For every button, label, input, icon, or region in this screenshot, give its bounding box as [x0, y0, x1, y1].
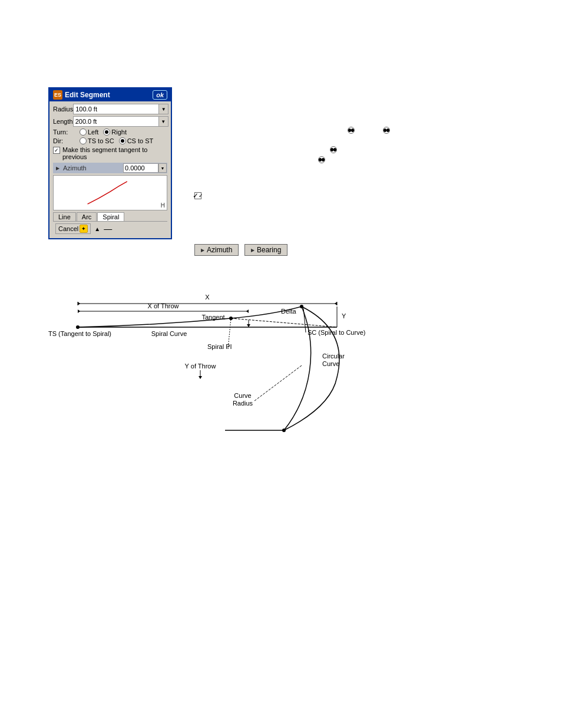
svg-text:Delta: Delta [281, 308, 297, 315]
turn-right-circle[interactable] [103, 129, 110, 136]
turn-left-circle[interactable] [80, 129, 87, 136]
tangent-checkbox[interactable] [53, 147, 60, 154]
svg-marker-24 [199, 376, 202, 379]
length-dropdown[interactable]: ▼ [159, 116, 168, 127]
svg-text:SC (Spiral to Curve): SC (Spiral to Curve) [308, 329, 365, 336]
length-row: Length ▼ [53, 116, 167, 127]
cancel-button[interactable]: Cancel ✦ [55, 223, 91, 234]
ok-button[interactable]: ok [153, 90, 167, 100]
turn-row: Turn: Left Right [53, 129, 167, 136]
svg-text:Curve: Curve [234, 392, 251, 399]
diagram-svg: X X of Throw Tangent Spiral Curve [48, 271, 390, 454]
svg-text:Radius: Radius [233, 400, 253, 407]
dialog-body: Radius ▼ Length ▼ Turn: Left [49, 101, 171, 238]
length-input[interactable] [73, 116, 159, 127]
tab-arc[interactable]: Arc [77, 212, 97, 221]
dialog-title-text: Edit Segment [65, 91, 110, 99]
svg-marker-4 [78, 302, 80, 305]
bottom-minus-icon: — [104, 224, 112, 233]
tangent-checkbox-label: Make this segment tangent to previous [62, 146, 167, 160]
tangent-checkbox-row[interactable]: Make this segment tangent to previous [53, 146, 167, 160]
svg-text:Spiral Curve: Spiral Curve [151, 330, 187, 337]
tab-line[interactable]: Line [53, 212, 76, 221]
edit-segment-dialog: ES Edit Segment ok Radius ▼ Length ▼ Tur… [48, 87, 172, 239]
azimuth-dropdown[interactable]: ▼ [158, 163, 167, 173]
cancel-label: Cancel [58, 225, 78, 232]
svg-text:X of Throw: X of Throw [148, 302, 179, 309]
dir-row: Dir: TS to SC CS to ST [53, 137, 167, 144]
tab-spiral[interactable]: Spiral [97, 212, 124, 221]
bottom-triangle-icon: ▲ [93, 225, 101, 233]
turn-left-radio[interactable]: Left [80, 129, 98, 136]
dialog-title-bar: ES Edit Segment ok [49, 88, 171, 101]
azimuth-play-icon: ▶ [201, 248, 204, 253]
azimuth-button-label: Azimuth [207, 246, 232, 254]
dir-cs-st-label: CS to ST [127, 137, 154, 144]
tabs-row: Line Arc Spiral [53, 212, 167, 222]
turn-right-radio[interactable]: Right [103, 129, 127, 136]
bearing-play-icon: ▶ [251, 248, 254, 253]
right-radio-4[interactable] [318, 156, 325, 163]
dir-label: Dir: [53, 137, 80, 144]
turn-label: Turn: [53, 129, 80, 136]
azimuth-play-icon[interactable]: ▶ [54, 163, 62, 173]
dir-ts-sc-circle[interactable] [80, 137, 87, 144]
right-radio-2[interactable] [383, 127, 390, 134]
dir-ts-sc-radio[interactable]: TS to SC [80, 137, 114, 144]
preview-h-label: H [161, 202, 165, 209]
azimuth-label: Azimuth [62, 164, 123, 172]
svg-marker-7 [78, 309, 80, 313]
bottom-row: Cancel ✦ ▲ — [53, 222, 167, 236]
star-icon: ✦ [80, 225, 88, 233]
svg-text:TS (Tangent to Spiral): TS (Tangent to Spiral) [48, 330, 111, 337]
spiral-diagram: X X of Throw Tangent Spiral Curve [48, 271, 390, 454]
dir-cs-st-radio[interactable]: CS to ST [119, 137, 154, 144]
dir-ts-sc-label: TS to SC [88, 137, 114, 144]
turn-left-label: Left [88, 129, 98, 136]
dir-cs-st-circle[interactable] [119, 137, 126, 144]
radius-input[interactable] [73, 104, 159, 114]
radius-dropdown[interactable]: ▼ [159, 104, 168, 114]
svg-text:Circular: Circular [322, 353, 345, 360]
svg-line-32 [254, 365, 302, 401]
right-checkbox[interactable]: ✓ [194, 192, 204, 199]
azimuth-input[interactable] [123, 163, 158, 173]
turn-right-label: Right [111, 129, 127, 136]
dialog-icon: ES [53, 90, 62, 100]
svg-text:Y of Throw: Y of Throw [185, 363, 216, 370]
preview-area: H [53, 175, 167, 210]
bearing-button-label: Bearing [257, 246, 281, 254]
svg-text:Curve: Curve [322, 360, 339, 367]
svg-text:Y: Y [342, 312, 346, 319]
svg-text:X: X [205, 294, 210, 301]
radius-row: Radius ▼ [53, 104, 167, 114]
azimuth-button[interactable]: ▶ Azimuth [194, 244, 239, 256]
bearing-button[interactable]: ▶ Bearing [244, 244, 287, 256]
right-radio-1[interactable] [348, 127, 355, 134]
svg-marker-5 [335, 302, 337, 305]
preview-svg [54, 176, 167, 210]
radius-label: Radius [53, 106, 73, 113]
azimuth-row: ▶ Azimuth ▼ [53, 163, 167, 173]
length-label: Length [53, 118, 73, 125]
right-radio-3[interactable] [330, 146, 337, 153]
svg-marker-8 [246, 309, 249, 313]
